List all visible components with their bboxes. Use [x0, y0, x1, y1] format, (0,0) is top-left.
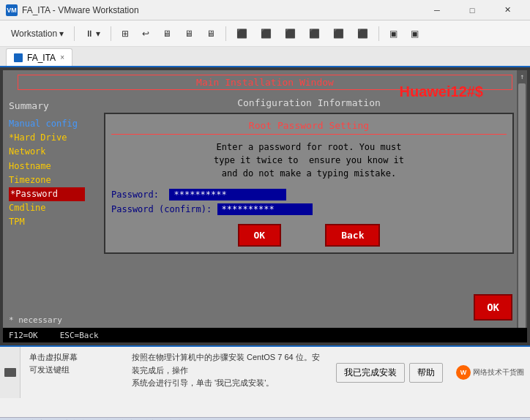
maximize-button[interactable]: □: [455, 2, 489, 18]
huawei-annotation: Huawei12#$: [399, 83, 483, 100]
bottom-left: [0, 347, 20, 398]
dialog-body: Enter a password for root. You musttype …: [111, 140, 507, 180]
menu-item-timezone[interactable]: Timezone: [9, 173, 85, 187]
pause-button[interactable]: ⏸ ▾: [80, 23, 105, 44]
menu-item-cmdline[interactable]: Cmdline: [9, 201, 85, 215]
view-button-1[interactable]: ⬛: [231, 23, 253, 44]
status-footer: 要将输入定向到该虚拟机，请在虚拟机内部单击或按 Ctrl+G。: [0, 417, 530, 420]
password-confirm-input[interactable]: **********: [217, 203, 313, 215]
snapshot-icon: ↩: [142, 29, 149, 39]
necessary-text: * necessary: [9, 315, 62, 325]
settings-icon2: 🖥: [206, 29, 215, 39]
view-icon-4: ⬛: [309, 29, 320, 39]
pause-dropdown-icon: ▾: [96, 29, 100, 39]
dialog-back-button[interactable]: Back: [325, 224, 380, 247]
settings-button[interactable]: 🖥: [179, 23, 198, 44]
unity-button[interactable]: ▣: [406, 23, 424, 44]
left-panel: Summary Manual config *Hard Drive Networ…: [3, 94, 91, 315]
workstation-label: Workstation: [11, 29, 57, 39]
title-bar-left: VM FA_ITA - VMware Workstation: [6, 4, 139, 16]
close-button[interactable]: ✕: [490, 2, 524, 18]
password-dialog: Root Password Setting Enter a password f…: [104, 113, 514, 254]
badge-area: W 网络技术干货圈: [450, 347, 530, 398]
right-panel: Configuration Information Huawei12#$ ↙ R…: [91, 94, 527, 315]
left-msg-text: 单击虚拟屏幕可发送键组: [29, 351, 117, 375]
badge-text: 网络技术干货圈: [473, 367, 524, 378]
toolbar-separator-2: [111, 26, 111, 41]
send-ctrl-alt-del-button[interactable]: ⊞: [116, 23, 134, 44]
fullscreen-icon: ▣: [389, 29, 398, 39]
esc-status: ESC=Back: [60, 331, 99, 340]
main-area: Main Installation Window Summary Manual …: [0, 67, 530, 345]
dropdown-icon: ▾: [59, 29, 64, 39]
dialog-text: Enter a password for root. You musttype …: [214, 142, 404, 179]
toolbar-separator-4: [378, 26, 379, 41]
connect-icon: 🖥: [163, 29, 171, 39]
unity-icon: ▣: [411, 29, 419, 39]
bottom-msg-left: 单击虚拟屏幕可发送键组: [29, 351, 117, 394]
password-field: Password: **********: [111, 189, 507, 200]
vm-inner: Main Installation Window Summary Manual …: [3, 70, 527, 342]
view-icon-3: ⬛: [285, 29, 296, 39]
settings-icon: 🖥: [184, 29, 193, 39]
view-icon-5: ⬛: [333, 29, 344, 39]
view-icon-2: ⬛: [261, 29, 272, 39]
menu-item-network[interactable]: Network: [9, 145, 85, 159]
password-label: Password:: [111, 190, 159, 200]
minimize-button[interactable]: ─: [420, 2, 454, 18]
install-window: Main Installation Window Summary Manual …: [3, 70, 527, 342]
view-button-5[interactable]: ⬛: [328, 23, 349, 44]
scroll-up-arrow[interactable]: ↑: [520, 72, 524, 82]
snapshot-button[interactable]: ↩: [137, 23, 154, 44]
title-bar-title: FA_ITA - VMware Workstation: [22, 5, 139, 15]
connect-button[interactable]: 🖥: [157, 23, 176, 44]
menu-item-tpm[interactable]: TPM: [9, 215, 85, 229]
menu-item-hard-drive[interactable]: *Hard Drive: [9, 131, 85, 145]
badge-circle-icon: W: [456, 365, 471, 380]
tab-label: FA_ITA: [27, 53, 56, 63]
menu-item-manual-config[interactable]: Manual config: [9, 117, 85, 131]
scroll-thumb[interactable]: [518, 83, 526, 329]
bottom-panel: 单击虚拟屏幕可发送键组 按照在物理计算机中的步骤安装 CentOS 7 64 位…: [0, 345, 530, 417]
view-button-6[interactable]: ⬛: [352, 23, 373, 44]
summary-title: Summary: [9, 100, 85, 111]
bottom-content: 单击虚拟屏幕可发送键组 按照在物理计算机中的步骤安装 CentOS 7 64 位…: [0, 347, 530, 398]
vm-status-bar: F12=OK ESC=Back: [3, 328, 527, 342]
fullscreen-button[interactable]: ▣: [384, 23, 403, 44]
view-button-3[interactable]: ⬛: [280, 23, 301, 44]
content-area: Summary Manual config *Hard Drive Networ…: [3, 94, 527, 315]
help-button[interactable]: 帮助: [409, 363, 443, 383]
pause-icon: ⏸: [85, 29, 94, 39]
view-button-2[interactable]: ⬛: [255, 23, 277, 44]
tab-bar: FA_ITA ×: [0, 47, 530, 67]
toolbar: Workstation ▾ ⏸ ▾ ⊞ ↩ 🖥 🖥 🖥 ⬛ ⬛ ⬛ ⬛ ⬛ ⬛ …: [0, 20, 530, 47]
toolbar-separator-3: [225, 26, 226, 41]
password-input[interactable]: **********: [169, 189, 286, 200]
right-msg-text: 按照在物理计算机中的步骤安装 CentOS 7 64 位。安装完成后，操作系统会…: [132, 351, 320, 390]
vmware-badge: W 网络技术干货圈: [456, 365, 524, 380]
scrollbar: ↑ ↓: [517, 70, 527, 342]
menu-item-hostname[interactable]: Hostname: [9, 160, 85, 173]
title-bar: VM FA_ITA - VMware Workstation ─ □ ✕: [0, 0, 530, 20]
complete-install-button[interactable]: 我已完成安装: [336, 363, 405, 383]
title-bar-controls: ─ □ ✕: [420, 2, 524, 18]
settings-button2[interactable]: 🖥: [201, 23, 220, 44]
tab-vm-icon: [14, 53, 23, 62]
view-icon-6: ⬛: [357, 29, 368, 39]
tab-close-button[interactable]: ×: [60, 53, 64, 61]
f12-status: F12=OK: [9, 331, 38, 340]
dialog-buttons: OK Back: [111, 224, 507, 247]
bottom-middle: 单击虚拟屏幕可发送键组 按照在物理计算机中的步骤安装 CentOS 7 64 位…: [20, 347, 329, 398]
keyboard-icon: ⊞: [122, 29, 129, 39]
workstation-menu-button[interactable]: Workstation ▾: [6, 23, 69, 44]
vm-screen[interactable]: Main Installation Window Summary Manual …: [0, 67, 530, 345]
scrollbar-ok-button[interactable]: OK: [474, 294, 512, 320]
toolbar-separator-1: [74, 26, 75, 41]
app-icon: VM: [6, 4, 18, 16]
password-confirm-field: Password (confirm): **********: [111, 203, 507, 215]
vm-tab[interactable]: FA_ITA ×: [6, 48, 72, 66]
dialog-ok-button[interactable]: OK: [238, 224, 282, 247]
menu-item-password[interactable]: *Password: [9, 187, 85, 201]
monitor-icon: [4, 368, 16, 377]
view-button-4[interactable]: ⬛: [304, 23, 325, 44]
